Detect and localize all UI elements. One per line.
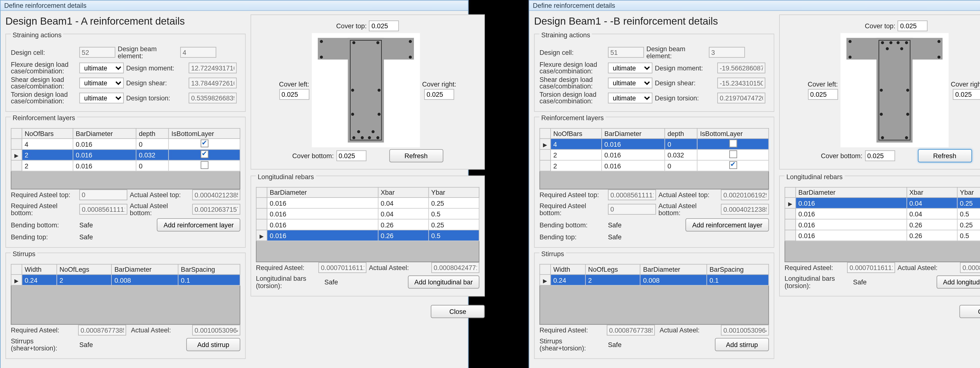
straining-actions-group: Straining actionsDesign cell:Design beam… — [5, 34, 246, 112]
add-stirrup-button[interactable]: Add stirrup — [186, 338, 240, 351]
bending-top-status: Safe — [80, 233, 93, 240]
reinforcement-layers-table[interactable]: NoOfBarsBarDiameterdepthIsBottomLayer40.… — [11, 128, 240, 171]
add-layer-button[interactable]: Add reinforcement layer — [686, 218, 769, 232]
svg-point-30 — [886, 47, 888, 50]
add-longitudinal-bar-button[interactable]: Add longitudinal bar — [936, 275, 980, 288]
svg-point-9 — [351, 89, 354, 92]
checkbox-icon — [200, 161, 208, 169]
longbars-status: Safe — [853, 278, 867, 286]
svg-point-36 — [881, 136, 884, 139]
checkbox-icon — [729, 161, 737, 169]
reinforcement-layers-group: Reinforcement layersNoOfBarsBarDiameterd… — [5, 117, 246, 248]
dialog-window: Define reinforcement detailsDesign Beam1… — [528, 0, 980, 368]
svg-point-37 — [905, 136, 908, 139]
svg-point-4 — [409, 40, 412, 43]
combo-select[interactable]: ultimate — [608, 77, 652, 88]
svg-point-18 — [371, 130, 374, 133]
longbars-status: Safe — [324, 278, 338, 286]
checkbox-icon — [200, 150, 208, 158]
svg-point-35 — [906, 113, 909, 116]
svg-point-27 — [889, 41, 892, 44]
svg-point-17 — [357, 130, 360, 133]
combo-select[interactable]: ultimate — [608, 62, 652, 74]
reinforcement-layers-table[interactable]: NoOfBarsBarDiameterdepthIsBottomLayer40.… — [539, 128, 769, 171]
svg-point-33 — [906, 89, 909, 92]
bending-top-status: Safe — [608, 233, 622, 240]
svg-point-6 — [409, 56, 412, 59]
add-layer-button[interactable]: Add reinforcement layer — [157, 218, 240, 232]
checkbox-icon — [200, 139, 208, 147]
svg-point-29 — [905, 41, 908, 44]
checkbox-icon — [729, 150, 737, 158]
svg-point-5 — [320, 56, 323, 59]
svg-point-7 — [352, 41, 355, 44]
svg-point-22 — [848, 40, 851, 43]
stirrups-table[interactable]: WidthNoOfLegsBarDiameterBarSpacing0.2420… — [11, 264, 240, 286]
svg-point-15 — [368, 136, 371, 139]
svg-point-10 — [377, 89, 380, 92]
svg-point-13 — [352, 136, 355, 139]
stirrups-status: Safe — [80, 341, 93, 348]
svg-point-3 — [320, 40, 323, 43]
refresh-button[interactable]: Refresh — [389, 149, 443, 162]
bending-bottom-status: Safe — [80, 221, 93, 229]
combo-select[interactable]: ultimate — [80, 93, 124, 103]
svg-point-14 — [361, 136, 364, 139]
section-diagram-group: Cover top:Cover left:Cover right:Cover b… — [251, 14, 485, 170]
svg-point-28 — [896, 41, 899, 44]
add-longitudinal-bar-button[interactable]: Add longitudinal bar — [408, 275, 479, 288]
svg-point-11 — [351, 113, 354, 116]
stirrups-status: Safe — [608, 341, 622, 348]
longitudinal-rebars-table[interactable]: BarDiameterXbarYbar0.0160.040.250.0160.0… — [256, 187, 479, 241]
svg-point-34 — [880, 113, 883, 116]
close-button[interactable]: Close — [959, 305, 980, 318]
svg-point-12 — [377, 113, 380, 116]
add-stirrup-button[interactable]: Add stirrup — [715, 338, 769, 351]
combo-select[interactable]: ultimate — [80, 77, 124, 88]
page-title: Design Beam1 - A reinforcement details — [5, 16, 246, 27]
section-diagram-group: Cover top:Cover left:Cover right:Cover b… — [779, 14, 980, 170]
longitudinal-rebars-group: Longitudinal rebarsBarDiameterXbarYbar0.… — [251, 176, 485, 296]
longitudinal-rebars-table[interactable]: BarDiameterXbarYbar0.0160.040.250.0160.0… — [784, 187, 980, 241]
svg-point-31 — [900, 47, 903, 50]
svg-point-8 — [376, 41, 379, 44]
svg-point-16 — [376, 136, 379, 139]
svg-point-23 — [937, 40, 940, 43]
svg-point-25 — [937, 56, 940, 59]
checkbox-icon — [729, 139, 737, 147]
stirrups-group: StirrupsWidthNoOfLegsBarDiameterBarSpaci… — [534, 253, 774, 359]
dialog-window: Define reinforcement detailsDesign Beam1… — [0, 0, 469, 368]
svg-point-26 — [881, 41, 884, 44]
titlebar: Define reinforcement details — [0, 0, 468, 11]
bending-bottom-status: Safe — [608, 221, 622, 229]
titlebar: Define reinforcement details — [529, 0, 980, 11]
straining-actions-group: Straining actionsDesign cell:Design beam… — [534, 34, 774, 112]
page-title: Design Beam1 - -B reinforcement details — [534, 16, 774, 27]
reinforcement-layers-group: Reinforcement layersNoOfBarsBarDiameterd… — [534, 117, 774, 248]
refresh-button[interactable]: Refresh — [918, 149, 972, 162]
svg-point-24 — [848, 56, 851, 59]
stirrups-group: StirrupsWidthNoOfLegsBarDiameterBarSpaci… — [5, 253, 246, 359]
close-button[interactable]: Close — [431, 305, 485, 318]
combo-select[interactable]: ultimate — [608, 93, 652, 103]
svg-point-32 — [880, 89, 883, 92]
longitudinal-rebars-group: Longitudinal rebarsBarDiameterXbarYbar0.… — [779, 176, 980, 296]
cross-section-diagram — [312, 33, 420, 147]
cross-section-diagram — [840, 33, 948, 147]
stirrups-table[interactable]: WidthNoOfLegsBarDiameterBarSpacing0.2420… — [539, 264, 769, 286]
combo-select[interactable]: ultimate — [80, 62, 124, 74]
